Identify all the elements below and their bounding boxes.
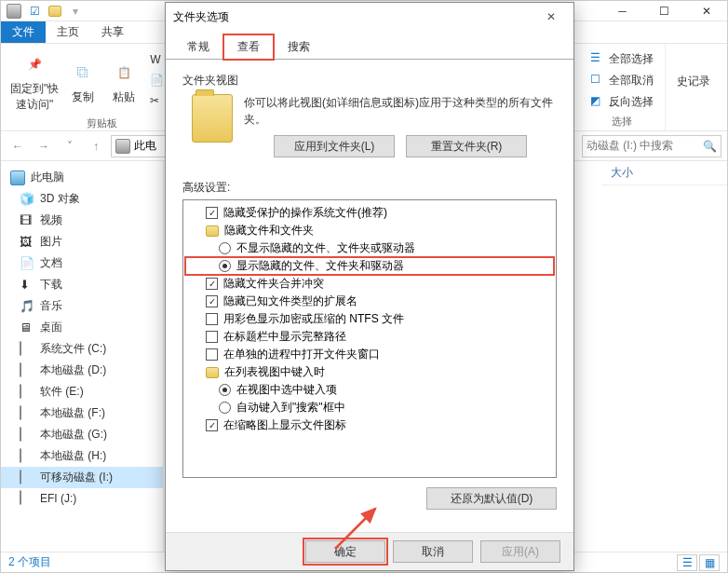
option-label: 在标题栏中显示完整路径: [223, 329, 346, 345]
drive-icon: [20, 406, 34, 421]
checkbox[interactable]: [206, 313, 218, 325]
option-label: 在列表视图中键入时: [224, 364, 325, 380]
select-none-button[interactable]: ☐全部取消: [586, 71, 657, 90]
tree-item[interactable]: 🎵音乐: [1, 295, 163, 317]
checkbox[interactable]: [206, 419, 218, 431]
dialog-tab-general[interactable]: 常规: [173, 34, 223, 60]
close-button[interactable]: ✕: [685, 1, 727, 21]
radio[interactable]: [219, 260, 231, 272]
select-all-button[interactable]: ☰全部选择: [586, 49, 657, 69]
maximize-button[interactable]: ☐: [643, 1, 685, 21]
advanced-option[interactable]: 显示隐藏的文件、文件夹和驱动器: [185, 257, 554, 275]
forward-button[interactable]: →: [33, 135, 55, 157]
cancel-button[interactable]: 取消: [393, 540, 473, 563]
option-label: 在缩略图上显示文件图标: [223, 417, 346, 433]
up-button[interactable]: ↑: [85, 135, 107, 157]
advanced-option[interactable]: 隐藏已知文件类型的扩展名: [185, 293, 554, 310]
radio[interactable]: [219, 242, 231, 254]
tab-home[interactable]: 主页: [46, 21, 90, 43]
dialog-title: 文件夹选项: [173, 9, 229, 25]
advanced-option[interactable]: 隐藏文件夹合并冲突: [185, 275, 554, 293]
invert-selection-button[interactable]: ◩反向选择: [586, 92, 657, 112]
tab-share[interactable]: 共享: [90, 21, 135, 43]
folder-view-desc: 你可以将此视图(如详细信息或图标)应用于这种类型的所有文件夹。: [244, 94, 557, 128]
tree-item[interactable]: 本地磁盘 (F:): [1, 402, 163, 424]
advanced-option[interactable]: 在视图中选中键入项: [185, 381, 554, 399]
address-text: 此电: [134, 138, 156, 154]
copy-label: 复制: [72, 89, 94, 105]
dialog-tab-view[interactable]: 查看: [223, 34, 274, 60]
drive-icon: [20, 363, 34, 378]
tree-item[interactable]: 🖼图片: [1, 231, 163, 252]
paste-button[interactable]: 📋 粘贴: [105, 48, 142, 115]
status-text: 2 个项目: [8, 554, 51, 570]
tree-root-pc[interactable]: 此电脑: [1, 167, 163, 188]
tree-item-label: 图片: [40, 234, 62, 250]
apply-button[interactable]: 应用(A): [480, 540, 560, 563]
tree-item[interactable]: 🎞视频: [1, 210, 163, 231]
advanced-option[interactable]: 不显示隐藏的文件、文件夹或驱动器: [185, 239, 554, 257]
tree-item[interactable]: 🧊3D 对象: [1, 188, 163, 210]
search-box[interactable]: 动磁盘 (I:) 中搜索 🔍: [582, 135, 721, 157]
checkbox[interactable]: [206, 348, 218, 361]
option-label: 隐藏文件和文件夹: [224, 223, 314, 239]
clipboard-group-label: 剪贴板: [87, 116, 117, 130]
desktop-icon: 🖥: [20, 321, 34, 335]
dialog-tab-search[interactable]: 搜索: [274, 34, 324, 60]
radio[interactable]: [219, 402, 231, 414]
advanced-option[interactable]: 在标题栏中显示完整路径: [185, 328, 554, 346]
folder-icon: [206, 367, 219, 378]
column-size[interactable]: 大小: [601, 161, 727, 185]
checkbox[interactable]: [206, 331, 218, 343]
tree-item-label: 文档: [40, 255, 62, 271]
copy-button[interactable]: ⿻ 复制: [64, 48, 101, 115]
advanced-option[interactable]: 隐藏文件和文件夹: [185, 222, 554, 239]
radio[interactable]: [219, 384, 231, 396]
tree-item[interactable]: 本地磁盘 (H:): [1, 445, 163, 467]
tree-item[interactable]: 软件 (E:): [1, 381, 163, 402]
tree-item[interactable]: EFI (J:): [1, 488, 163, 509]
reset-folders-button[interactable]: 重置文件夹(R): [406, 135, 527, 157]
view-details-button[interactable]: ☰: [677, 554, 697, 571]
option-label: 显示隐藏的文件、文件夹和驱动器: [236, 258, 404, 274]
history-button[interactable]: 史记录: [673, 72, 714, 91]
paste-label: 粘贴: [113, 89, 135, 105]
view-icons-button[interactable]: ▦: [699, 554, 720, 571]
tree-item[interactable]: 本地磁盘 (G:): [1, 424, 163, 445]
minimize-button[interactable]: ─: [601, 1, 643, 21]
checkbox[interactable]: [206, 278, 218, 290]
checkbox[interactable]: [206, 207, 218, 219]
advanced-option[interactable]: 用彩色显示加密或压缩的 NTFS 文件: [185, 310, 554, 328]
tree-item-label: 本地磁盘 (D:): [40, 362, 106, 378]
advanced-option[interactable]: 隐藏受保护的操作系统文件(推荐): [185, 204, 554, 222]
tab-file[interactable]: 文件: [1, 21, 46, 43]
drive-icon: [20, 449, 34, 464]
select-none-icon: ☐: [590, 73, 605, 88]
advanced-option[interactable]: 在缩略图上显示文件图标: [185, 416, 554, 434]
advanced-option[interactable]: 在单独的进程中打开文件夹窗口: [185, 346, 554, 363]
dialog-close-button[interactable]: ✕: [536, 6, 566, 28]
apply-to-folders-button[interactable]: 应用到文件夹(L): [274, 135, 395, 157]
advanced-settings-box[interactable]: 隐藏受保护的操作系统文件(推荐)隐藏文件和文件夹不显示隐藏的文件、文件夹或驱动器…: [182, 199, 557, 478]
tree-item[interactable]: 可移动磁盘 (I:): [1, 467, 163, 488]
back-button[interactable]: ←: [7, 135, 29, 157]
tree-item[interactable]: 🖥桌面: [1, 317, 163, 338]
tree-item-label: 音乐: [40, 298, 62, 314]
select-all-icon: ☰: [590, 51, 605, 66]
pin-button[interactable]: 📌 固定到"快 速访问": [8, 48, 61, 115]
folder-options-dialog: 文件夹选项 ✕ 常规 查看 搜索 文件夹视图 你可以将此视图(如详细信息或图标)…: [165, 2, 574, 571]
tree-item[interactable]: ⬇下载: [1, 274, 163, 295]
invert-icon: ◩: [590, 94, 605, 109]
picture-icon: 🖼: [20, 235, 34, 250]
tree-item[interactable]: 📄文档: [1, 252, 163, 274]
recent-button[interactable]: ˅: [59, 135, 81, 157]
advanced-option[interactable]: 自动键入到"搜索"框中: [185, 399, 554, 416]
checkbox[interactable]: [206, 295, 218, 307]
ok-button[interactable]: 确定: [305, 540, 385, 563]
pin-label: 固定到"快 速访问": [10, 81, 59, 113]
advanced-option[interactable]: 在列表视图中键入时: [185, 363, 554, 381]
restore-defaults-button[interactable]: 还原为默认值(D): [426, 487, 557, 510]
tree-item[interactable]: 系统文件 (C:): [1, 338, 163, 360]
drive-icon: [20, 471, 34, 485]
tree-item[interactable]: 本地磁盘 (D:): [1, 360, 163, 381]
